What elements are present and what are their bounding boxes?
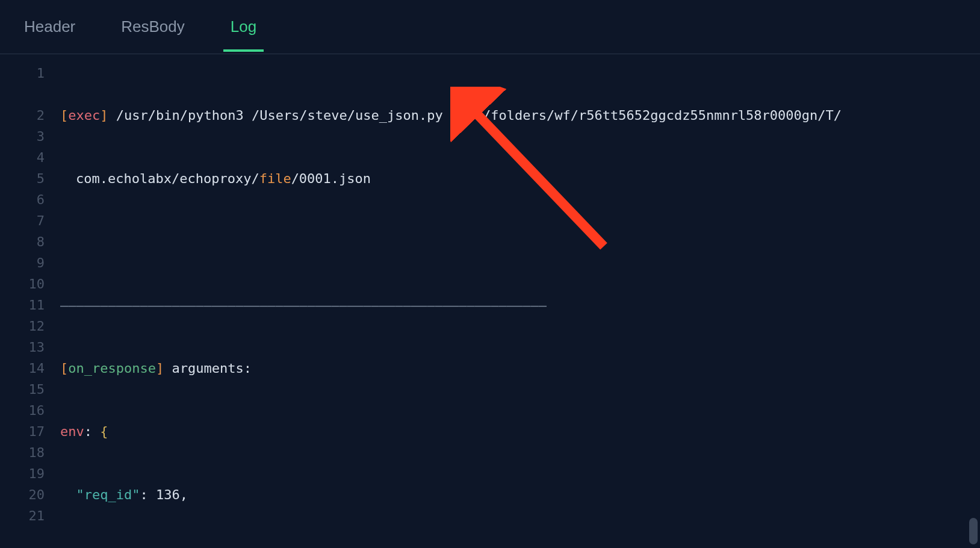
line-number: 4 <box>0 147 45 168</box>
brace: { <box>100 424 108 439</box>
line-number: 12 <box>0 316 45 337</box>
log-line: ––––––––––––––––––––––––––––––––––––––––… <box>60 294 956 316</box>
line-number: 3 <box>0 126 45 147</box>
line-number: 10 <box>0 273 45 294</box>
log-line-wrap: com.echolabx/echoproxy/file/0001.json <box>60 168 956 189</box>
tab-resbody[interactable]: ResBody <box>108 2 198 52</box>
colon: : <box>84 424 101 439</box>
log-line: env: { <box>60 421 956 442</box>
line-number: 16 <box>0 400 45 421</box>
line-number: 6 <box>0 189 45 210</box>
path-text: /usr/bin/python3 /Users/steve/use_json.p… <box>108 108 459 123</box>
var-keyword: var <box>459 108 483 123</box>
line-number: 8 <box>0 231 45 252</box>
line-number: 20 <box>0 484 45 505</box>
line-number: 1 <box>0 63 45 84</box>
bracket: ] <box>100 108 108 123</box>
on-response-tag: on_response <box>68 361 156 376</box>
log-editor: 1 2 3 4 5 6 7 8 9 10 11 12 13 14 15 16 1… <box>0 54 980 548</box>
line-number: 18 <box>0 442 45 463</box>
line-number: 15 <box>0 379 45 400</box>
log-line <box>60 231 956 252</box>
divider-dashes: ––––––––––––––––––––––––––––––––––––––––… <box>60 297 547 313</box>
scrollbar-thumb[interactable] <box>969 518 978 544</box>
line-number: 11 <box>0 294 45 316</box>
line-gutter: 1 2 3 4 5 6 7 8 9 10 11 12 13 14 15 16 1… <box>0 63 60 548</box>
log-line: [on_response] arguments: <box>60 358 956 379</box>
line-number <box>0 84 45 105</box>
line-number: 2 <box>0 105 45 126</box>
comma: , <box>180 487 188 502</box>
log-line: "req_id": 136, <box>60 484 956 505</box>
line-number: 9 <box>0 252 45 273</box>
line-number: 7 <box>0 210 45 231</box>
bracket: [ <box>60 361 68 376</box>
path-text: /0001.json <box>291 171 371 186</box>
file-keyword: file <box>259 171 291 186</box>
tab-header[interactable]: Header <box>11 2 88 52</box>
line-number: 13 <box>0 337 45 358</box>
line-number: 21 <box>0 505 45 526</box>
bracket: ] <box>156 361 164 376</box>
value: 136 <box>156 487 180 502</box>
bracket: [ <box>60 108 68 123</box>
exec-tag: exec <box>68 108 100 123</box>
log-line: [exec] /usr/bin/python3 /Users/steve/use… <box>60 105 956 126</box>
tab-bar: Header ResBody Log <box>0 0 980 54</box>
key: env <box>60 424 84 439</box>
key: "req_id" <box>76 487 140 502</box>
line-number: 17 <box>0 421 45 442</box>
text: arguments: <box>164 361 252 376</box>
scrollbar[interactable] <box>969 58 978 544</box>
line-number: 19 <box>0 463 45 484</box>
colon: : <box>140 487 156 502</box>
path-text: /folders/wf/r56tt5652ggcdz55nmnrl58r0000… <box>483 108 842 123</box>
path-text: com.echolabx/echoproxy/ <box>76 171 259 186</box>
line-number: 14 <box>0 358 45 379</box>
code-content[interactable]: [exec] /usr/bin/python3 /Users/steve/use… <box>60 63 980 548</box>
line-number: 5 <box>0 168 45 189</box>
tab-log[interactable]: Log <box>217 2 270 52</box>
